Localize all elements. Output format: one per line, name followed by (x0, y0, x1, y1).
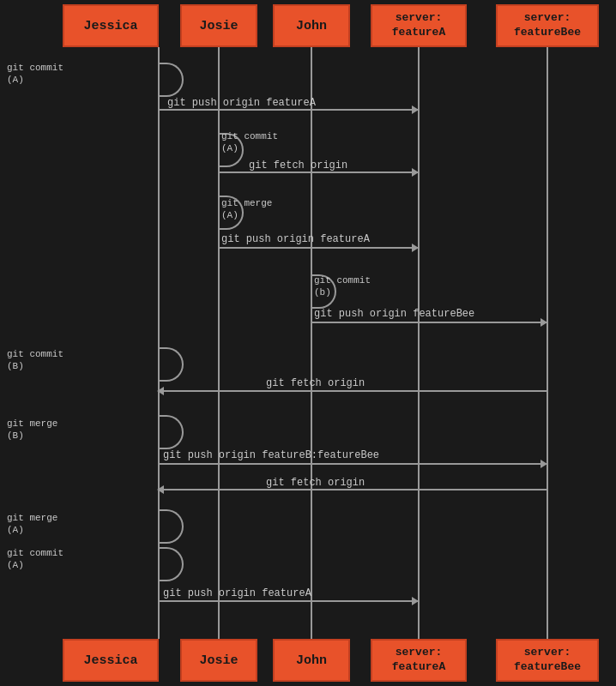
label-commit-jessica-3: git commit(A) (7, 547, 63, 572)
actor-josie-bottom: Josie (180, 639, 257, 682)
sequence-diagram: Jessica Josie John server:featureA serve… (0, 0, 616, 686)
label-fetch-jessica: git fetch origin (266, 377, 365, 389)
label-commit-jessica-2: git commit(B) (7, 348, 63, 373)
self-loop-jessica-5 (158, 547, 184, 581)
self-loop-jessica-3 (158, 415, 184, 449)
self-loop-jessica-2 (158, 347, 184, 382)
lifeline-servera (418, 47, 420, 639)
label-merge-jessica-2: git merge(A) (7, 512, 57, 537)
label-commit-john: git commit(b) (314, 274, 371, 299)
label-push-featureA-1: git push origin featureA (167, 97, 316, 109)
self-loop-jessica-4 (158, 509, 184, 544)
arrow-push-featureB-jessica (158, 463, 547, 465)
actor-jessica-bottom: Jessica (63, 639, 159, 682)
label-fetch-jessica-2: git fetch origin (266, 477, 365, 489)
actor-serverbee-bottom: server:featureBee (496, 639, 599, 682)
actor-serverbee-top: server:featureBee (496, 4, 599, 47)
actor-john-top: John (273, 4, 350, 47)
actor-josie-top: Josie (180, 4, 257, 47)
label-merge-jessica: git merge(B) (7, 418, 57, 442)
label-fetch-josie: git fetch origin (249, 159, 347, 172)
lifeline-serverbee (547, 47, 548, 639)
label-push-featureA-jessica-2: git push origin featureA (163, 587, 311, 599)
label-commit-josie-1: git commit(A) (221, 130, 278, 155)
arrow-push-featureA-1 (158, 109, 418, 111)
actor-servera-bottom: server:featureA (371, 639, 467, 682)
arrow-push-featureBee-john (311, 322, 547, 323)
actor-john-bottom: John (273, 639, 350, 682)
arrow-fetch-jessica (158, 390, 547, 392)
arrow-push-featureA-jessica-2 (158, 600, 418, 602)
arrow-fetch-jessica-2 (158, 489, 547, 490)
actor-jessica-top: Jessica (63, 4, 159, 47)
self-loop-jessica-1 (158, 63, 184, 97)
label-push-featureBee-john: git push origin featureBee (314, 308, 474, 320)
label-commit-jessica-1: git commit(A) (7, 62, 63, 87)
label-push-featureB-jessica: git push origin featureB:featureBee (163, 449, 379, 461)
arrow-fetch-josie (218, 172, 418, 173)
actor-servera-top: server:featureA (371, 4, 467, 47)
label-merge-josie: git merge(A) (221, 197, 272, 222)
label-push-featureA-josie: git push origin featureA (221, 233, 370, 245)
lifeline-john (311, 47, 312, 639)
arrow-push-featureA-josie (218, 247, 418, 249)
